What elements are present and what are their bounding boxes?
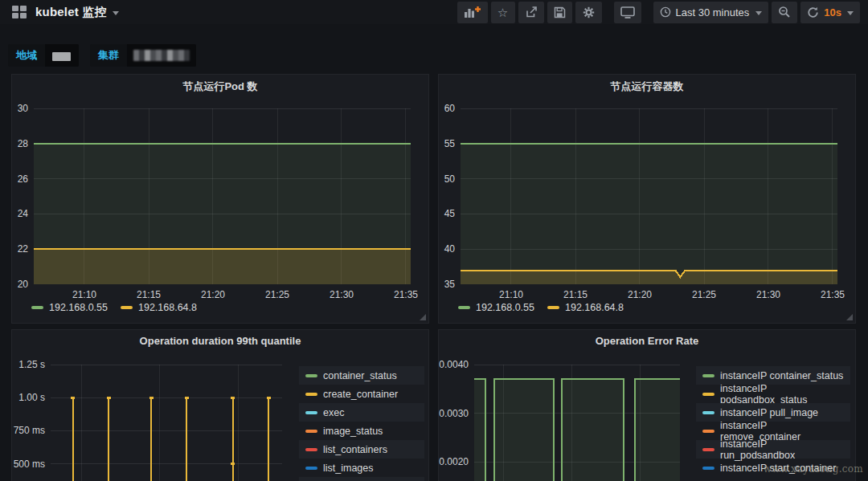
- legend-item[interactable]: list_images: [299, 459, 424, 477]
- series-color-dash: [547, 306, 559, 309]
- floppy-save-icon: [554, 6, 566, 18]
- series-color-dash: [702, 374, 714, 377]
- censored-value: [52, 52, 71, 61]
- chart-svg: [51, 365, 282, 481]
- y-axis-tick: 28: [12, 137, 28, 150]
- series-color-dash: [305, 448, 317, 451]
- x-axis-tick: 21:35: [813, 289, 853, 300]
- chevron-down-icon[interactable]: [113, 11, 119, 18]
- y-axis-tick: 40: [439, 243, 455, 255]
- refresh-interval-label: 10s: [824, 6, 841, 18]
- series-color-dash: [702, 467, 714, 470]
- panel-resize-handle[interactable]: [846, 314, 853, 320]
- legend-label: exec: [323, 407, 344, 418]
- panel-resize-handle[interactable]: [420, 314, 426, 320]
- x-axis-tick: 21:20: [620, 289, 660, 300]
- series-color-dash: [305, 430, 317, 433]
- x-axis-tick: 21:25: [684, 289, 724, 300]
- legend-label: create_container: [323, 389, 398, 400]
- chevron-down-icon: [755, 11, 762, 18]
- variable-cluster[interactable]: 集群: [90, 44, 196, 67]
- series-color-dash: [305, 467, 317, 470]
- legend-item[interactable]: 192.168.64.8: [121, 302, 197, 313]
- time-range-picker[interactable]: Last 30 minutes: [653, 2, 769, 23]
- star-button[interactable]: ☆: [491, 2, 515, 23]
- y-axis-tick: 0.0030: [439, 407, 469, 420]
- chevron-down-icon: [847, 11, 854, 18]
- legend-label: instanceIP container_status: [720, 370, 843, 381]
- legend-item[interactable]: image_status: [299, 422, 424, 440]
- series-color-dash: [702, 430, 714, 433]
- variable-region-label: 地域: [8, 48, 45, 63]
- settings-button[interactable]: [575, 2, 602, 23]
- series-color-dash: [121, 306, 133, 309]
- legend-label: instanceIP podsandbox_status: [720, 383, 844, 406]
- series-color-dash: [458, 306, 470, 309]
- y-axis-tick: 35: [439, 278, 455, 291]
- legend-label: list_containers: [323, 444, 387, 455]
- chart-svg: [461, 108, 837, 284]
- legend-label: instanceIP pull_image: [720, 407, 818, 418]
- legend-item[interactable]: create_container: [299, 385, 424, 403]
- chart-svg: [34, 108, 411, 284]
- y-axis-tick: 20: [12, 278, 28, 291]
- zoom-out-button[interactable]: [772, 2, 797, 23]
- y-axis-tick: 750 ms: [12, 424, 45, 437]
- toolbar: ☆ Last 30 minutes: [457, 2, 860, 23]
- legend-item[interactable]: instanceIP podsandbox_status: [696, 385, 850, 403]
- variable-region-value[interactable]: [45, 44, 79, 67]
- dashboards-grid-icon[interactable]: [12, 6, 27, 18]
- legend-item[interactable]: 192.168.64.8: [547, 302, 624, 313]
- y-axis-tick: 0.0020: [439, 455, 469, 468]
- chart-area: 60555045403521:1021:1521:2021:2521:3021:…: [439, 75, 855, 323]
- time-range-label: Last 30 minutes: [676, 6, 750, 18]
- legend-item[interactable]: list_containers: [299, 440, 424, 459]
- bar-chart-plus-icon: [464, 6, 481, 18]
- panel-operation-duration: Operation duration 99th quantile 1.25 s1…: [11, 329, 429, 481]
- share-button[interactable]: [518, 2, 544, 23]
- chart-area: 30282624222021:1021:1521:2021:2521:3021:…: [12, 75, 428, 323]
- watermark: www.xuyasong.com: [764, 463, 863, 475]
- y-axis-tick: 30: [12, 102, 28, 115]
- series-color-dash: [305, 393, 317, 396]
- panel-node-pod-count: 节点运行Pod 数 30282624222021:1021:1521:2021:…: [11, 74, 429, 324]
- series-color-dash: [702, 393, 714, 396]
- y-axis-tick: 50: [439, 173, 455, 185]
- x-axis-tick: 21:30: [748, 289, 788, 300]
- x-axis-tick: 21:10: [491, 289, 531, 300]
- legend-label: 192.168.64.8: [138, 302, 197, 313]
- gear-icon: [582, 6, 596, 19]
- legend: 192.168.0.55192.168.64.8: [31, 302, 197, 313]
- y-axis-tick: 60: [439, 102, 455, 115]
- magnifier-zoom-out-icon: [778, 6, 791, 18]
- y-axis-tick: 500 ms: [12, 458, 45, 471]
- refresh-icon: [807, 6, 819, 18]
- save-button[interactable]: [547, 2, 572, 23]
- legend-item[interactable]: 192.168.0.55: [458, 302, 534, 313]
- legend: container_statuscreate_containerexecimag…: [299, 366, 424, 481]
- cycle-view-button[interactable]: [614, 2, 641, 23]
- y-axis-tick: 55: [439, 137, 455, 150]
- legend-item[interactable]: list_podsandbox: [299, 477, 424, 481]
- clock-icon: [660, 6, 671, 18]
- censored-value: [133, 50, 190, 61]
- y-axis-tick: 26: [12, 173, 28, 185]
- legend-item[interactable]: 192.168.0.55: [31, 302, 108, 313]
- legend: instanceIP container_statusinstanceIP po…: [696, 366, 850, 477]
- variable-region[interactable]: 地域: [8, 44, 79, 67]
- panel-node-container-count: 节点运行容器数 60555045403521:1021:1521:2021:25…: [438, 74, 856, 324]
- legend-label: 192.168.0.55: [49, 302, 108, 313]
- chart-svg: [474, 365, 680, 481]
- x-axis-tick: 21:25: [257, 289, 297, 300]
- add-panel-button[interactable]: [457, 2, 488, 23]
- legend-item[interactable]: container_status: [299, 366, 424, 385]
- legend-item[interactable]: exec: [299, 403, 424, 422]
- variable-cluster-value[interactable]: [127, 44, 196, 67]
- variable-cluster-label: 集群: [90, 48, 127, 63]
- legend-label: image_status: [323, 426, 383, 437]
- dashboard-title[interactable]: kubelet 监控: [35, 5, 107, 20]
- legend: 192.168.0.55192.168.64.8: [458, 302, 624, 313]
- refresh-interval-button[interactable]: 10s: [800, 2, 860, 23]
- legend-label: 192.168.64.8: [565, 302, 624, 313]
- legend-item[interactable]: instanceIP run_podsandbox: [696, 440, 850, 459]
